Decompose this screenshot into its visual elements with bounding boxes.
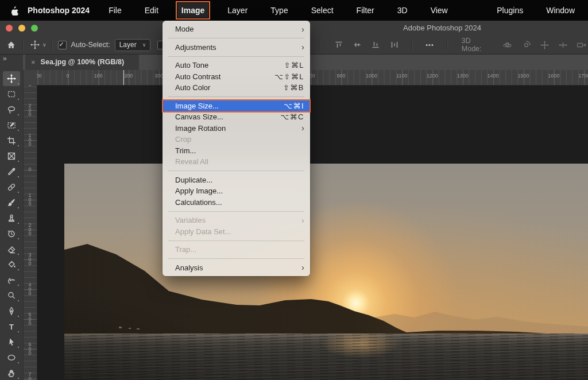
auto-select-label: Auto-Select: <box>71 41 110 49</box>
horizontal-ruler[interactable]: 1000100200300400500600700800900100011001… <box>37 70 588 86</box>
spot-healing-brush-tool[interactable] <box>3 180 20 195</box>
menu-item-analysis[interactable]: Analysis› <box>163 262 310 274</box>
menubar-item-file[interactable]: File <box>105 3 126 18</box>
3d-drag-icon <box>539 38 551 51</box>
menubar-right-items: PluginsWindow <box>493 3 588 18</box>
vruler-label: 6 0 0 <box>23 343 37 356</box>
type-tool[interactable]: T <box>3 319 20 334</box>
frame-tool[interactable] <box>3 149 20 164</box>
menu-item-calculations[interactable]: Calculations... <box>163 197 310 208</box>
menu-item-label: Apply Image... <box>175 187 304 195</box>
submenu-chevron-icon: › <box>301 262 304 273</box>
smudge-tool[interactable] <box>3 273 20 288</box>
collapse-tools-icon[interactable]: » <box>3 55 7 63</box>
document-canvas-sea-photo[interactable] <box>64 164 588 380</box>
auto-select-dropdown[interactable]: Layer ∨ <box>115 39 151 51</box>
history-brush-tool[interactable] <box>3 226 20 241</box>
photoshop-window: Photoshop 2024 FileEditImageLayerTypeSel… <box>0 0 588 380</box>
tool-preset-chevron-icon[interactable]: ∨ <box>42 42 47 48</box>
menu-item-trap: Trap... <box>163 244 310 255</box>
ellipse-tool[interactable] <box>3 350 20 365</box>
ruler-pointer-indicator <box>123 70 124 85</box>
menubar-item-3d[interactable]: 3D <box>393 3 412 18</box>
hand-tool[interactable] <box>3 366 20 380</box>
menubar-item-plugins[interactable]: Plugins <box>493 3 527 18</box>
distribute-icon[interactable] <box>388 38 400 51</box>
options-separator <box>52 39 53 51</box>
menubar-item-edit[interactable]: Edit <box>141 3 163 18</box>
clone-stamp-tool[interactable] <box>3 211 20 226</box>
menubar-item-view[interactable]: View <box>427 3 452 18</box>
menu-item-mode[interactable]: Mode› <box>163 24 310 35</box>
menu-item-shortcut: ⌥⇧⌘L <box>274 72 304 81</box>
object-selection-tool[interactable] <box>3 118 20 133</box>
align-bottom-edges-icon[interactable] <box>370 38 382 51</box>
menu-item-label: Crop <box>175 135 304 144</box>
lasso-tool[interactable] <box>3 102 20 117</box>
menu-item-auto-contrast[interactable]: Auto Contrast⌥⇧⌘L <box>163 71 310 83</box>
move-tool[interactable] <box>3 71 20 86</box>
align-vertical-centers-icon[interactable] <box>351 38 363 51</box>
menubar-item-layer[interactable]: Layer <box>223 3 252 18</box>
tools-panel: » T <box>0 54 24 380</box>
close-tab-icon[interactable]: × <box>31 58 36 67</box>
menu-item-variables: Variables› <box>163 215 310 226</box>
menu-item-apply-image[interactable]: Apply Image... <box>163 185 310 197</box>
menubar-item-select[interactable]: Select <box>307 3 338 18</box>
document-tab[interactable]: × Sea.jpg @ 100% (RGB/8) <box>25 54 139 70</box>
menubar-item-type[interactable]: Type <box>266 3 292 18</box>
close-window-button[interactable] <box>6 25 13 32</box>
menubar-item-filter[interactable]: Filter <box>353 3 378 18</box>
rectangular-marquee-tool[interactable] <box>3 87 20 102</box>
menu-item-shortcut: ⇧⌘B <box>283 83 304 92</box>
eyedropper-tool[interactable] <box>3 164 20 179</box>
menu-item-image-size[interactable]: Image Size...⌥⌘I <box>163 100 310 112</box>
move-tool-preset-icon[interactable] <box>29 38 41 51</box>
menu-item-auto-color[interactable]: Auto Color⇧⌘B <box>163 82 310 94</box>
3d-slide-icon <box>557 38 569 51</box>
menu-item-shortcut: ⌥⌘C <box>280 113 304 121</box>
minimize-window-button[interactable] <box>18 25 25 32</box>
3d-roll-icon <box>520 38 532 51</box>
menu-item-label: Mode <box>175 25 295 33</box>
auto-select-value: Layer <box>119 41 137 49</box>
menu-item-label: Auto Tone <box>175 61 277 69</box>
dodge-tool[interactable] <box>3 288 20 303</box>
home-icon[interactable] <box>5 38 17 51</box>
vruler-label: 3 0 0 <box>23 253 37 266</box>
auto-select-checkbox[interactable] <box>58 41 67 49</box>
hruler-label: 1500 <box>517 73 529 79</box>
menu-item-trim[interactable]: Trim... <box>163 145 310 157</box>
more-options-button[interactable]: ••• <box>425 41 434 48</box>
menubar-item-image[interactable]: Image <box>177 3 208 18</box>
vruler-label: 0 <box>23 168 37 172</box>
align-top-edges-icon[interactable] <box>332 38 345 51</box>
menu-item-label: Adjustments <box>175 43 295 52</box>
pen-tool[interactable] <box>3 304 20 319</box>
vruler-label: 3 0 0 <box>23 85 37 87</box>
menu-item-image-rotation[interactable]: Image Rotation› <box>163 123 310 134</box>
hruler-label: 200 <box>124 73 133 79</box>
vruler-label: 1 0 0 <box>23 134 37 147</box>
vruler-label: 5 0 0 <box>23 313 37 326</box>
submenu-chevron-icon: › <box>301 123 304 133</box>
menu-item-duplicate[interactable]: Duplicate... <box>163 175 310 186</box>
menu-item-adjustments[interactable]: Adjustments› <box>163 42 310 53</box>
menu-item-label: Variables <box>175 216 295 224</box>
menubar-item-window[interactable]: Window <box>542 3 579 18</box>
zoom-window-button[interactable] <box>31 25 38 32</box>
menu-item-canvas-size[interactable]: Canvas Size...⌥⌘C <box>163 111 310 123</box>
vertical-ruler[interactable]: 3 0 02 0 01 0 001 0 02 0 03 0 04 0 05 0 … <box>23 85 37 380</box>
menu-item-auto-tone[interactable]: Auto Tone⇧⌘L <box>163 60 310 71</box>
paint-bucket-tool[interactable] <box>3 257 20 272</box>
brush-tool[interactable] <box>3 195 20 210</box>
crop-tool[interactable] <box>3 133 20 148</box>
app-name[interactable]: Photoshop 2024 <box>28 6 90 15</box>
canvas-pasteboard[interactable] <box>37 85 588 380</box>
apple-menu-icon[interactable] <box>8 5 20 16</box>
macos-menubar: Photoshop 2024 FileEditImageLayerTypeSel… <box>0 0 588 21</box>
path-selection-tool[interactable] <box>3 335 20 350</box>
eraser-tool[interactable] <box>3 242 20 257</box>
menu-item-crop: Crop <box>163 134 310 145</box>
hruler-label: 1400 <box>488 73 499 79</box>
